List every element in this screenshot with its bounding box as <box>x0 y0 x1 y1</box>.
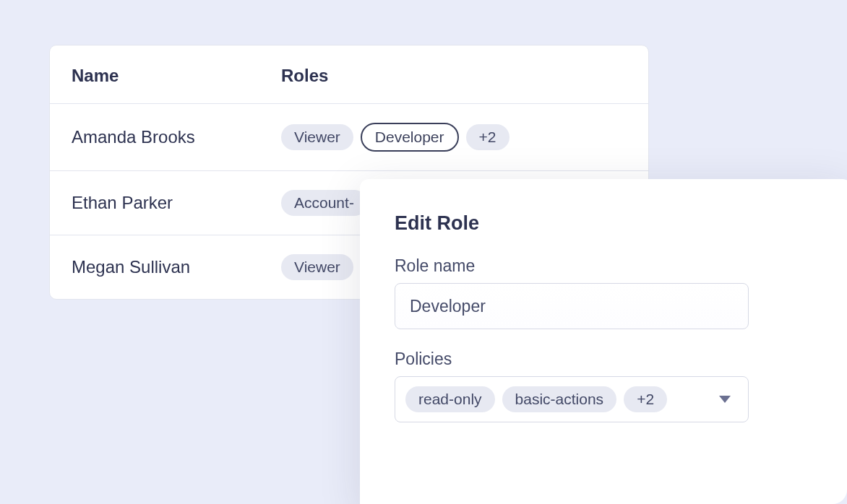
panel-title: Edit Role <box>395 212 817 235</box>
chevron-down-icon <box>719 396 731 403</box>
policy-chip-basic-actions[interactable]: basic-actions <box>502 386 617 412</box>
policy-chip-overflow[interactable]: +2 <box>624 386 667 412</box>
role-chip-viewer[interactable]: Viewer <box>281 124 353 150</box>
table-header-row: Name Roles <box>50 45 648 104</box>
role-chip-overflow[interactable]: +2 <box>466 124 510 150</box>
role-name-label: Role name <box>395 256 817 276</box>
role-name-input[interactable] <box>395 283 749 329</box>
edit-role-panel: Edit Role Role name Policies read-only b… <box>360 179 847 504</box>
column-header-roles: Roles <box>281 66 328 86</box>
table-row[interactable]: Amanda Brooks Viewer Developer +2 <box>50 104 648 171</box>
policies-select[interactable]: read-only basic-actions +2 <box>395 376 749 422</box>
user-roles-cell: Account- <box>281 190 367 216</box>
role-chip-viewer[interactable]: Viewer <box>281 254 353 280</box>
role-chip-account[interactable]: Account- <box>281 190 367 216</box>
user-name-cell: Megan Sullivan <box>72 257 281 277</box>
user-name-cell: Amanda Brooks <box>72 127 281 147</box>
policies-label: Policies <box>395 349 817 369</box>
user-roles-cell: Viewer <box>281 254 353 280</box>
column-header-name: Name <box>72 66 281 86</box>
user-roles-cell: Viewer Developer +2 <box>281 123 510 152</box>
policy-chip-read-only[interactable]: read-only <box>405 386 495 412</box>
user-name-cell: Ethan Parker <box>72 193 281 213</box>
role-chip-developer[interactable]: Developer <box>361 123 459 152</box>
